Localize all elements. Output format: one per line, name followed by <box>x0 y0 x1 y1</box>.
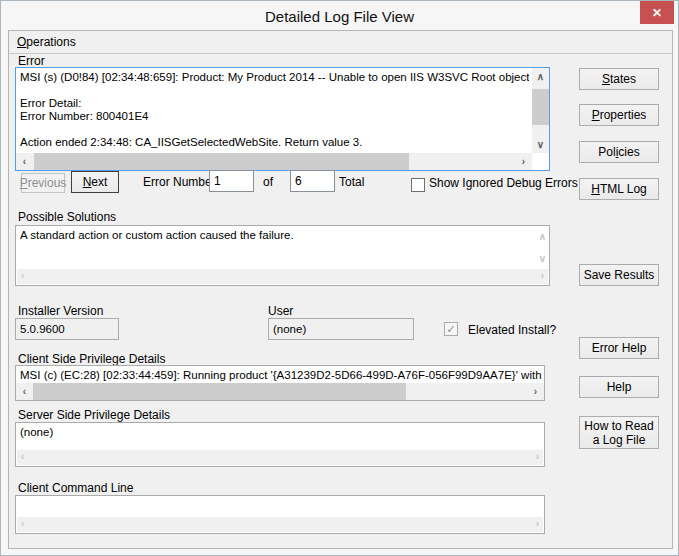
error-number-input[interactable] <box>209 170 254 192</box>
scrollbar-thumb[interactable] <box>33 383 406 400</box>
client-privilege-text: MSI (c) (EC:28) [02:33:44:459]: Running … <box>20 369 545 381</box>
show-ignored-label: Show Ignored Debug Errors <box>429 176 578 190</box>
menu-operations[interactable]: Operations <box>17 35 76 49</box>
scroll-up-icon[interactable]: ∧ <box>532 68 549 85</box>
dialog-window: Detailed Log File View ✕ Operations Erro… <box>0 0 679 556</box>
menu-separator <box>9 53 672 54</box>
how-to-read-log-button[interactable]: How to Read a Log File <box>579 416 659 449</box>
window-title: Detailed Log File View <box>1 1 678 25</box>
error-line: Error Number: 800401E4 <box>20 110 529 123</box>
client-command-textbox[interactable]: ‹ › <box>15 495 545 534</box>
horizontal-scrollbar-disabled: ‹ › <box>17 517 543 532</box>
scroll-left-icon: ‹ <box>21 518 24 529</box>
show-ignored-checkbox[interactable]: ✓ <box>411 178 425 192</box>
error-help-button[interactable]: Error Help <box>579 337 659 359</box>
html-log-button[interactable]: HTML Log <box>579 178 659 200</box>
total-label: Total <box>339 175 364 189</box>
client-privilege-label: Client Side Privilege Details <box>18 352 165 366</box>
error-text: MSI (s) (D0!84) [02:34:48:659]: Product:… <box>20 71 529 152</box>
scroll-right-icon: › <box>536 451 539 462</box>
error-textbox[interactable]: MSI (s) (D0!84) [02:34:48:659]: Product:… <box>15 67 550 171</box>
scroll-right-icon[interactable]: › <box>527 383 544 400</box>
error-total-input[interactable] <box>290 170 335 192</box>
error-line: MSI (s) (D0!84) [02:34:48:659]: Product:… <box>20 71 529 84</box>
scrollbar-thumb[interactable] <box>34 153 409 170</box>
states-button[interactable]: States <box>579 68 659 90</box>
possible-solutions-text: A standard action or custom action cause… <box>20 229 294 241</box>
possible-solutions-textbox[interactable]: A standard action or custom action cause… <box>15 225 550 286</box>
horizontal-scrollbar[interactable]: ‹ › <box>16 153 532 170</box>
scroll-up-icon: ∧ <box>539 231 546 242</box>
next-button[interactable]: Next <box>71 171 119 193</box>
error-line: Action ended 2:34:48: CA_IISGetSelectedW… <box>20 136 529 149</box>
error-line <box>20 123 529 136</box>
user-label: User <box>268 304 293 318</box>
policies-button[interactable]: Policies <box>579 141 659 163</box>
check-icon: ✓ <box>445 323 457 335</box>
of-label: of <box>263 175 273 189</box>
scroll-down-icon[interactable]: ∨ <box>532 136 549 153</box>
error-label: Error <box>18 54 45 68</box>
scroll-left-icon[interactable]: ‹ <box>16 153 33 170</box>
close-button[interactable]: ✕ <box>640 1 674 24</box>
error-line <box>20 84 529 97</box>
scroll-right-icon[interactable]: › <box>515 153 532 170</box>
user-field[interactable]: (none) <box>268 318 414 340</box>
help-button[interactable]: Help <box>579 376 659 398</box>
possible-solutions-label: Possible Solutions <box>18 210 116 224</box>
horizontal-scrollbar[interactable]: ‹ › <box>16 383 544 400</box>
save-results-button[interactable]: Save Results <box>579 264 659 286</box>
close-icon: ✕ <box>652 6 662 20</box>
elevated-install-checkbox[interactable]: ✓ <box>444 322 458 336</box>
horizontal-scrollbar-disabled: ‹ › <box>17 450 543 465</box>
title-bar[interactable]: Detailed Log File View <box>1 1 678 29</box>
server-privilege-textbox[interactable]: (none) ‹ › <box>15 422 545 467</box>
scroll-left-icon: ‹ <box>21 270 24 281</box>
error-line: Error Detail: <box>20 97 529 110</box>
scroll-down-icon: ∨ <box>539 253 546 264</box>
client-command-label: Client Command Line <box>18 481 133 495</box>
horizontal-scrollbar-disabled: ‹ › <box>17 269 548 284</box>
installer-version-field[interactable]: 5.0.9600 <box>15 318 119 340</box>
vertical-scrollbar[interactable]: ∧ ∨ <box>532 68 549 153</box>
scroll-right-icon: › <box>536 518 539 529</box>
scroll-right-icon: › <box>541 270 544 281</box>
client-privilege-textbox[interactable]: MSI (c) (EC:28) [02:33:44:459]: Running … <box>15 365 545 401</box>
error-number-label: Error Number <box>143 175 216 189</box>
server-privilege-text: (none) <box>20 426 53 438</box>
scroll-left-icon[interactable]: ‹ <box>16 383 33 400</box>
elevated-install-label: Elevated Install? <box>468 323 556 337</box>
properties-button[interactable]: Properties <box>579 104 659 126</box>
server-privilege-label: Server Side Privilege Details <box>18 408 170 422</box>
previous-button[interactable]: Previous <box>21 173 65 193</box>
scrollbar-thumb[interactable] <box>532 89 549 125</box>
scroll-left-icon: ‹ <box>21 451 24 462</box>
installer-version-label: Installer Version <box>18 304 103 318</box>
